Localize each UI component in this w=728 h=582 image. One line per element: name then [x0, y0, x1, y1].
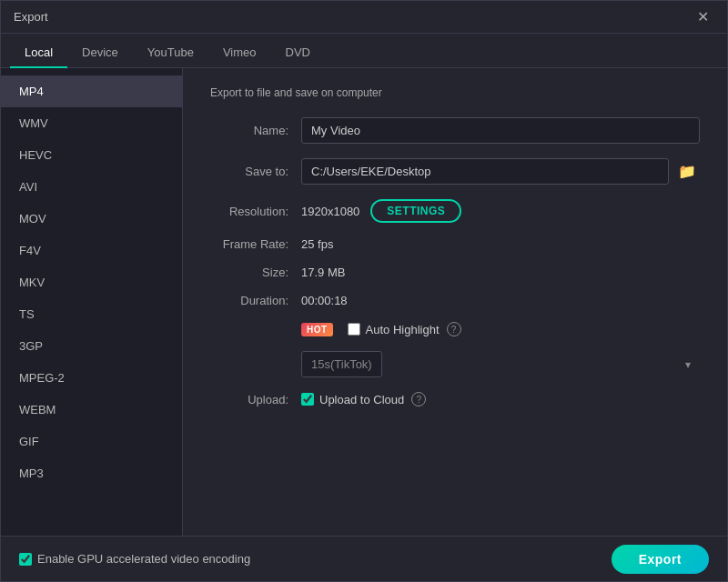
resolution-value: 1920x1080: [301, 205, 359, 218]
auto-highlight-label: Auto Highlight: [366, 323, 440, 336]
tiktok-row: 15s(TikTok): [301, 351, 700, 377]
sidebar-item-hevc[interactable]: HEVC: [1, 139, 182, 171]
sidebar-item-mp4[interactable]: MP4: [1, 75, 182, 107]
name-input[interactable]: [301, 117, 700, 144]
hot-badge: HOT: [301, 323, 333, 336]
settings-button[interactable]: SETTINGS: [370, 199, 461, 223]
content-area: MP4 WMV HEVC AVI MOV F4V MKV TS 3GP MPEG…: [1, 68, 727, 536]
tab-bar: Local Device YouTube Vimeo DVD: [1, 34, 727, 68]
auto-highlight-checkbox[interactable]: [348, 323, 360, 336]
frame-rate-label: Frame Rate:: [210, 237, 301, 251]
dialog-title: Export: [14, 10, 48, 24]
gpu-checkbox[interactable]: [19, 553, 32, 566]
export-button[interactable]: Export: [612, 545, 709, 574]
tiktok-select[interactable]: 15s(TikTok): [301, 351, 382, 377]
tab-youtube[interactable]: YouTube: [133, 38, 208, 68]
sidebar-item-f4v[interactable]: F4V: [1, 235, 182, 266]
sidebar-item-mkv[interactable]: MKV: [1, 266, 182, 298]
tab-dvd[interactable]: DVD: [271, 38, 325, 68]
close-button[interactable]: ✕: [692, 8, 714, 26]
folder-icon: 📁: [678, 164, 696, 179]
bottom-bar: Enable GPU accelerated video encoding Ex…: [1, 536, 727, 581]
duration-row: Duration: 00:00:18: [210, 294, 700, 307]
resolution-wrapper: 1920x1080 SETTINGS: [301, 199, 461, 223]
gpu-label-text: Enable GPU accelerated video encoding: [37, 552, 250, 566]
sidebar-item-mp3[interactable]: MP3: [1, 457, 182, 489]
frame-rate-row: Frame Rate: 25 fps: [210, 237, 700, 251]
sidebar-item-mov[interactable]: MOV: [1, 203, 182, 235]
resolution-label: Resolution:: [210, 205, 301, 218]
upload-cloud-checkbox-label[interactable]: Upload to Cloud: [301, 393, 404, 406]
export-dialog: Export ✕ Local Device YouTube Vimeo DVD …: [0, 0, 728, 582]
tiktok-select-wrapper: 15s(TikTok): [301, 351, 700, 377]
size-label: Size:: [210, 266, 301, 279]
tab-device[interactable]: Device: [67, 38, 133, 68]
sidebar-item-wmv[interactable]: WMV: [1, 107, 182, 139]
auto-highlight-row: HOT Auto Highlight ?: [210, 322, 700, 336]
export-subtitle: Export to file and save on computer: [210, 86, 700, 99]
tab-vimeo[interactable]: Vimeo: [208, 38, 271, 68]
main-panel: Export to file and save on computer Name…: [183, 68, 727, 536]
resolution-row: Resolution: 1920x1080 SETTINGS: [210, 199, 700, 223]
size-value: 17.9 MB: [301, 266, 345, 279]
title-bar: Export ✕: [1, 1, 727, 34]
save-to-input[interactable]: [301, 158, 669, 185]
sidebar-item-webm[interactable]: WEBM: [1, 394, 182, 426]
gpu-checkbox-label[interactable]: Enable GPU accelerated video encoding: [19, 552, 250, 566]
size-row: Size: 17.9 MB: [210, 266, 700, 279]
save-to-row: Save to: 📁: [210, 158, 700, 185]
sidebar-item-mpeg2[interactable]: MPEG-2: [1, 362, 182, 394]
save-to-wrapper: 📁: [301, 158, 700, 185]
auto-highlight-help-icon[interactable]: ?: [447, 322, 461, 336]
highlight-wrapper: HOT Auto Highlight ?: [301, 322, 461, 336]
auto-highlight-checkbox-label[interactable]: Auto Highlight: [348, 323, 440, 336]
upload-label: Upload:: [210, 393, 301, 406]
sidebar-item-avi[interactable]: AVI: [1, 171, 182, 203]
folder-browse-button[interactable]: 📁: [674, 159, 700, 184]
name-label: Name:: [210, 124, 301, 137]
upload-wrapper: Upload to Cloud ?: [301, 392, 426, 406]
upload-cloud-checkbox[interactable]: [301, 393, 314, 406]
upload-cloud-label: Upload to Cloud: [319, 393, 404, 406]
save-to-label: Save to:: [210, 165, 301, 178]
sidebar-item-ts[interactable]: TS: [1, 298, 182, 330]
sidebar-item-3gp[interactable]: 3GP: [1, 330, 182, 362]
name-row: Name:: [210, 117, 700, 144]
sidebar: MP4 WMV HEVC AVI MOV F4V MKV TS 3GP MPEG…: [1, 68, 183, 536]
duration-value: 00:00:18: [301, 294, 348, 307]
tab-local[interactable]: Local: [10, 38, 67, 68]
frame-rate-value: 25 fps: [301, 237, 333, 251]
duration-label: Duration:: [210, 294, 301, 307]
upload-row: Upload: Upload to Cloud ?: [210, 392, 700, 406]
sidebar-item-gif[interactable]: GIF: [1, 426, 182, 457]
upload-cloud-help-icon[interactable]: ?: [411, 392, 426, 406]
